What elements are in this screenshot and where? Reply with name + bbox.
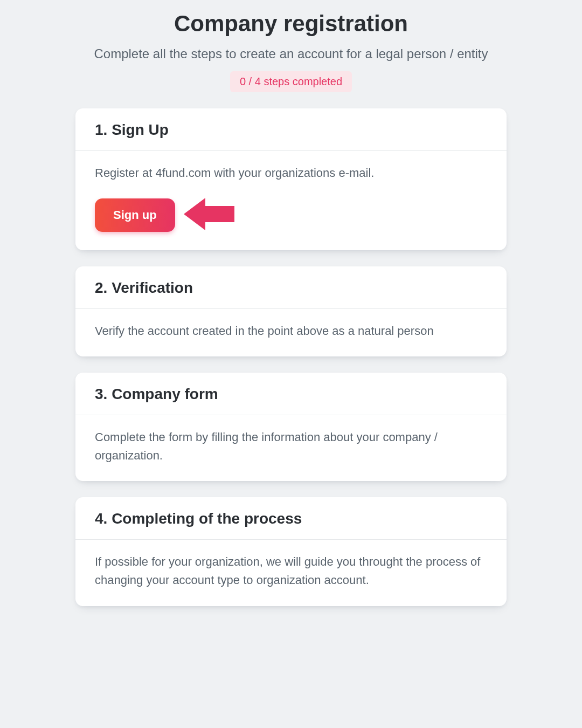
page-title: Company registration: [0, 11, 582, 37]
page-subtitle: Complete all the steps to create an acco…: [0, 46, 582, 61]
progress-badge: 0 / 4 steps completed: [230, 71, 352, 92]
step-title: 4. Completing of the process: [75, 497, 507, 540]
step-description: If possible for your organization, we wi…: [95, 553, 487, 589]
step-card-verification: 2. Verification Verify the account creat…: [75, 266, 507, 356]
sign-up-button[interactable]: Sign up: [95, 198, 175, 232]
step-description: Complete the form by filling the informa…: [95, 428, 487, 465]
step-title: 3. Company form: [75, 373, 507, 415]
step-title: 1. Sign Up: [75, 108, 507, 151]
step-description: Verify the account created in the point …: [95, 322, 487, 340]
step-card-completing: 4. Completing of the process If possible…: [75, 497, 507, 606]
step-description: Register at 4fund.com with your organiza…: [95, 164, 487, 182]
step-card-signup: 1. Sign Up Register at 4fund.com with yo…: [75, 108, 507, 250]
step-card-company-form: 3. Company form Complete the form by fil…: [75, 373, 507, 481]
pointer-arrow-icon: [184, 196, 234, 234]
step-title: 2. Verification: [75, 266, 507, 309]
